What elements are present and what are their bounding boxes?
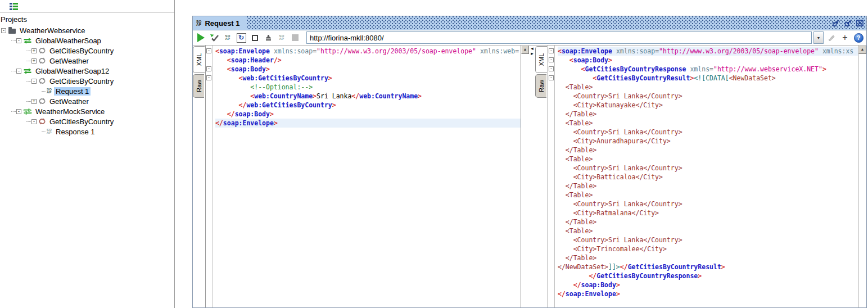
soap-response-icon: SO AP (47, 129, 52, 134)
tree-connector (26, 61, 31, 61)
projects-menu-icon[interactable] (10, 3, 18, 10)
tree-item[interactable]: SO APResponse 1 (0, 126, 174, 137)
tree-connector (26, 121, 31, 122)
tree-expander[interactable]: + (31, 48, 37, 53)
soap-raw-icon[interactable]: SO AP (276, 33, 287, 43)
tree-item-label: GlobalWeatherSoap (34, 37, 103, 45)
code-line: <Country>Sri Lanka</Country> (558, 92, 858, 101)
tree-item[interactable]: -GetCitiesByCountry (0, 116, 174, 126)
edit-endpoint-icon[interactable] (826, 33, 837, 43)
cancel-request-icon[interactable] (290, 33, 301, 43)
soap-interface-icon (24, 38, 31, 44)
tree-expander[interactable]: - (31, 119, 37, 124)
code-line: </Table> (558, 218, 858, 227)
tree-expander[interactable]: + (31, 99, 37, 104)
editors-splitter[interactable]: ◂ ▸ (529, 46, 535, 307)
submit-request-icon[interactable] (195, 33, 206, 43)
splitter-collapse-right-icon[interactable]: ▸ (531, 51, 534, 56)
fold-toggle-icon[interactable]: - (549, 66, 554, 71)
maximize-icon[interactable] (844, 20, 852, 27)
tree-item-label: Request 1 (54, 87, 91, 96)
response-tab-xml[interactable]: XML (535, 46, 547, 73)
tree-item-label: Response 1 (54, 128, 96, 136)
request-code-area[interactable]: <soap:Envelope xmlns:soap="http://www.w3… (213, 46, 521, 307)
code-line: </web:GetCitiesByCountry> (215, 101, 521, 110)
create-empty-icon[interactable] (263, 33, 274, 43)
mock-service-icon (24, 108, 31, 115)
operation-icon (39, 78, 46, 84)
fold-toggle-icon[interactable]: - (549, 48, 554, 53)
soap-interface-icon (24, 68, 31, 74)
restore-icon[interactable] (832, 20, 840, 27)
projects-header: Projects (0, 13, 174, 25)
code-line: <Country>Sri Lanka</Country> (558, 200, 858, 209)
tree-expander[interactable]: + (31, 58, 37, 64)
response-code-area[interactable]: <soap:Envelope xmlns:soap="http://www.w3… (555, 46, 858, 307)
tree-item[interactable]: +GetWeather (0, 56, 174, 66)
tree-item[interactable]: +GetCitiesByCountry (0, 46, 174, 56)
code-line: <soap:Envelope xmlns:soap="http://www.w3… (558, 47, 858, 56)
request-window-titlebar[interactable]: SO AP Request 1 (193, 16, 866, 30)
response-scrollbar[interactable]: ▲ (858, 46, 866, 307)
tree-connector (42, 132, 46, 132)
code-line: <City>Anuradhapura</City> (558, 137, 858, 146)
request-tab-xml[interactable]: XML (193, 46, 205, 73)
tree-item[interactable]: SO APRequest 1 (0, 86, 174, 96)
tree-expander[interactable]: - (16, 38, 21, 43)
code-line: <web:CountryName>Sri Lanka</web:CountryN… (215, 92, 521, 101)
tree-item-label: GetCitiesByCountry (48, 117, 115, 126)
add-endpoint-icon[interactable]: + (839, 33, 851, 43)
code-line: <Table> (558, 227, 858, 235)
request-tab-raw[interactable]: Raw (193, 74, 204, 98)
endpoint-input[interactable]: http://fiorina-mkll:8080/ (306, 31, 812, 44)
tree-connector (11, 71, 16, 71)
response-editor-tabs: XMLRaw (535, 46, 548, 307)
request-editor-tabs: XMLRaw (193, 46, 205, 307)
soap-headers-icon[interactable]: SO AP (222, 33, 233, 43)
tree-item[interactable]: -GlobalWeatherSoap (0, 35, 174, 46)
fold-toggle-icon[interactable]: - (549, 57, 554, 62)
fold-toggle-icon[interactable]: - (206, 75, 211, 80)
tree-expander[interactable]: - (16, 69, 21, 74)
response-tab-raw[interactable]: Raw (535, 74, 546, 98)
code-line: <Country>Sri Lanka</Country> (558, 128, 858, 137)
code-line: </GetCitiesByCountryResponse> (558, 271, 858, 280)
close-icon[interactable] (856, 20, 864, 27)
tree-item[interactable]: -GlobalWeatherSoap12 (0, 66, 174, 76)
tree-item[interactable]: -GetCitiesByCountry (0, 76, 174, 86)
projects-panel: Projects -WeatherWebservice-GlobalWeathe… (0, 0, 175, 308)
clean-request-icon[interactable] (249, 33, 260, 43)
operation-icon (39, 98, 46, 105)
code-line: </soap:Envelope> (558, 289, 858, 298)
scroll-up-icon[interactable]: ▲ (858, 46, 866, 54)
request-fold-margin: --- (205, 46, 213, 307)
tree-expander[interactable]: - (16, 109, 21, 114)
code-line: <soap:Body> (215, 65, 521, 74)
projects-toolbar (0, 0, 174, 13)
code-line: <Country>Sri Lanka</Country> (558, 164, 858, 173)
tree-item[interactable]: +GetWeather (0, 96, 174, 106)
fold-toggle-icon[interactable]: - (206, 66, 211, 71)
code-line: <City>Ratmalana</City> (558, 209, 858, 218)
tree-item[interactable]: -WeatherWebservice (0, 25, 174, 35)
recreate-request-icon[interactable]: ↻ (236, 33, 247, 43)
help-icon[interactable]: ? (853, 33, 864, 43)
code-line: <City>Katunayake</City> (558, 101, 858, 110)
endpoint-dropdown-icon[interactable]: ▼ (813, 31, 824, 44)
tree-expander[interactable]: - (1, 28, 6, 33)
tree-item-label: GetWeather (48, 97, 91, 106)
soap-request-icon: SO AP (47, 88, 52, 94)
request-response-editors: XMLRaw --- <soap:Envelope xmlns:soap="ht… (193, 46, 866, 307)
response-fold-margin: ---- (548, 46, 555, 307)
fold-toggle-icon[interactable]: - (206, 48, 211, 53)
fold-toggle-icon[interactable]: - (549, 75, 554, 80)
tree-expander[interactable]: - (31, 79, 37, 84)
folder-icon (8, 28, 16, 34)
add-assertion-icon[interactable] (209, 33, 220, 43)
scroll-up-icon[interactable]: ▲ (521, 46, 529, 54)
code-line: <Country>Sri Lanka</Country> (558, 235, 858, 244)
code-line: <Table> (558, 155, 858, 164)
code-line: <!--Optional:--> (215, 83, 521, 92)
request-scrollbar[interactable]: ▲ (521, 46, 529, 307)
tree-item[interactable]: -WeatherMockService (0, 106, 174, 116)
